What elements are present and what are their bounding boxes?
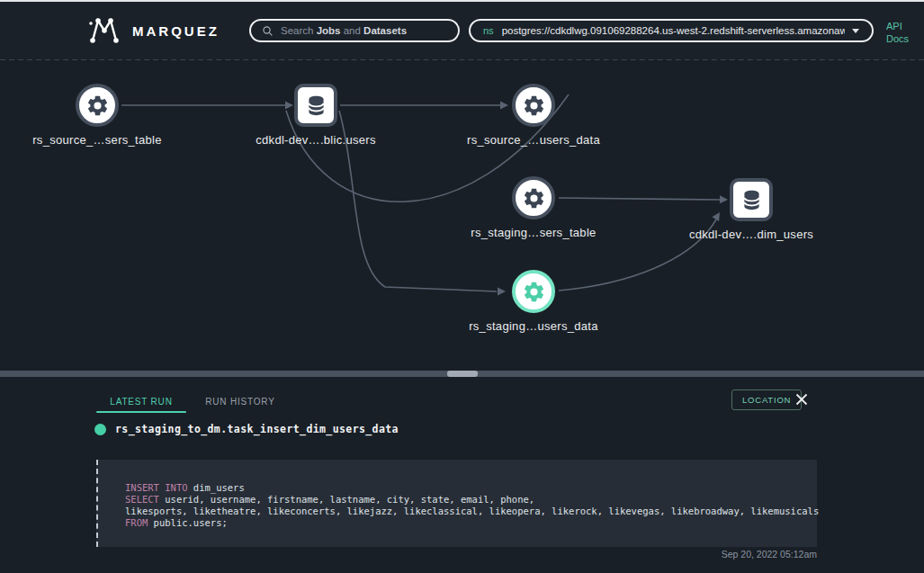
namespace-select[interactable]: ns postgres://cdkdlwg.091069288264.us-we… xyxy=(469,19,874,42)
run-status-dot xyxy=(94,424,106,435)
dataset-node-dataset-public-users[interactable] xyxy=(294,84,337,127)
sql-code: INSERT INTO dim_usersSELECT userid, user… xyxy=(125,482,803,529)
node-label: rs_source_…sers_table xyxy=(0,133,214,147)
window-top-edge xyxy=(0,0,924,2)
node-label: rs_staging…sers_table xyxy=(417,226,650,239)
namespace-prefix: ns xyxy=(483,25,494,36)
panel-splitter[interactable] xyxy=(0,371,924,377)
marquez-logo: MARQUEZ xyxy=(88,16,220,45)
gear-icon xyxy=(522,280,546,304)
gear-icon xyxy=(522,94,546,118)
node-label: cdkdl-dev….dim_users xyxy=(634,228,868,241)
job-node-job-staging-users-table[interactable] xyxy=(512,176,555,219)
lineage-graph[interactable]: rs_source_…sers_tablecdkdl-dev….blic.use… xyxy=(0,60,924,371)
location-button[interactable]: LOCATION xyxy=(731,389,802,410)
close-icon xyxy=(795,393,808,406)
gear-icon xyxy=(85,94,110,118)
gear-icon xyxy=(522,186,546,210)
job-name: rs_staging_to_dm.task_insert_dim_users_d… xyxy=(115,423,399,435)
splitter-drag-handle[interactable] xyxy=(447,371,478,377)
header-links: API Docs xyxy=(886,20,909,45)
tab-run-history[interactable]: RUN HISTORY xyxy=(195,389,285,413)
run-detail-panel: LATEST RUN RUN HISTORY LOCATION rs_stagi… xyxy=(0,377,924,573)
database-icon xyxy=(740,188,764,212)
header: MARQUEZ Search Jobs and Datasets ns post… xyxy=(0,2,924,59)
run-timestamp: Sep 20, 2022 05:12am xyxy=(722,549,817,560)
api-link[interactable]: API xyxy=(886,20,909,32)
dataset-node-dataset-dim-users[interactable] xyxy=(730,178,773,221)
close-panel-button[interactable] xyxy=(794,391,810,407)
node-label: rs_source_…users_data xyxy=(417,133,650,147)
sql-code-block: INSERT INTO dim_usersSELECT userid, user… xyxy=(96,460,817,547)
search-placeholder: Search Jobs and Datasets xyxy=(281,25,407,36)
search-icon xyxy=(262,25,274,37)
tab-latest-run[interactable]: LATEST RUN xyxy=(96,389,186,413)
node-label: cdkdl-dev….blic.users xyxy=(199,133,433,147)
marquez-logo-icon xyxy=(88,16,121,45)
node-label: rs_staging…users_data xyxy=(417,319,650,333)
chevron-down-icon xyxy=(852,29,859,33)
job-node-job-staging-users-data[interactable] xyxy=(512,270,555,313)
run-panel-tabs: LATEST RUN RUN HISTORY xyxy=(96,389,285,413)
namespace-value: postgres://cdkdlwg.091069288264.us-west-… xyxy=(502,25,845,36)
job-node-job-source-users-table[interactable] xyxy=(76,84,119,127)
database-icon xyxy=(304,94,328,118)
job-node-job-source-users-data[interactable] xyxy=(512,84,555,127)
search-input[interactable]: Search Jobs and Datasets xyxy=(249,19,460,42)
job-row: rs_staging_to_dm.task_insert_dim_users_d… xyxy=(94,423,399,435)
docs-link[interactable]: Docs xyxy=(886,32,909,45)
brand-title: MARQUEZ xyxy=(132,23,220,39)
